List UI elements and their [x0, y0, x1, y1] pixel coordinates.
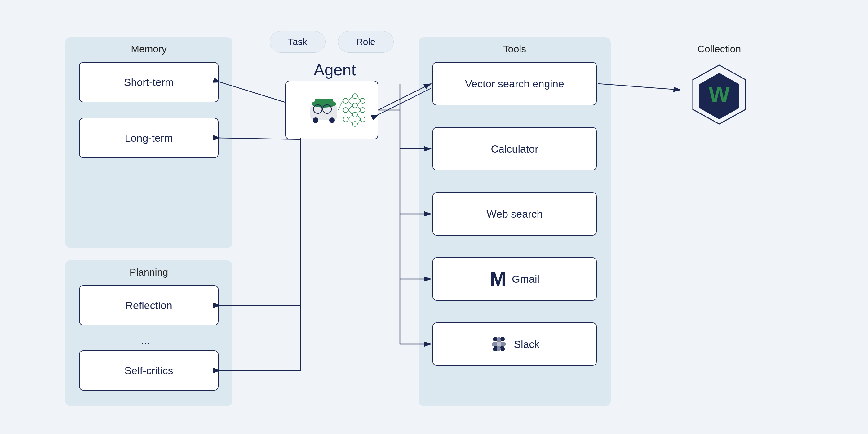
agent-box: [285, 81, 378, 140]
svg-text:W: W: [709, 82, 730, 107]
gmail-m-icon: M: [490, 268, 506, 290]
long-term-label: Long-term: [125, 132, 173, 144]
svg-point-7: [313, 118, 318, 123]
long-term-box: Long-term: [79, 118, 219, 158]
svg-line-26: [358, 101, 360, 105]
svg-point-15: [352, 122, 358, 126]
short-term-box: Short-term: [79, 62, 219, 102]
gmail-box: M Gmail: [432, 257, 597, 301]
ellipsis-label: ...: [141, 335, 150, 347]
svg-point-12: [352, 94, 358, 99]
role-label: Role: [356, 37, 375, 47]
task-label: Task: [288, 37, 307, 47]
memory-panel-label: Memory: [65, 43, 232, 55]
svg-point-18: [360, 117, 365, 122]
svg-line-25: [358, 96, 360, 101]
diagram-canvas: Memory Short-term Long-term Planning Ref…: [31, 16, 837, 418]
svg-point-13: [352, 103, 358, 108]
self-critics-label: Self-critics: [125, 365, 173, 377]
svg-line-29: [358, 115, 360, 119]
weaviate-hex-icon: W: [688, 62, 750, 130]
svg-line-21: [348, 105, 352, 110]
web-search-box: Web search: [432, 192, 597, 236]
vector-search-box: Vector search engine: [432, 62, 597, 105]
svg-point-11: [343, 117, 348, 122]
web-search-label: Web search: [487, 208, 543, 220]
svg-point-46: [494, 346, 497, 349]
svg-line-31: [338, 101, 343, 110]
role-pill[interactable]: Role: [338, 31, 394, 53]
calculator-label: Calculator: [491, 143, 538, 155]
svg-point-48: [500, 346, 504, 349]
svg-line-24: [348, 119, 352, 124]
svg-point-9: [343, 98, 348, 103]
slack-label: Slack: [514, 338, 539, 350]
short-term-label: Short-term: [124, 76, 174, 88]
slack-box: Slack: [432, 322, 597, 366]
svg-line-23: [348, 115, 352, 119]
collection-hexagon: W: [682, 59, 756, 133]
svg-point-16: [360, 98, 365, 103]
collection-label: Collection: [682, 43, 756, 55]
self-critics-box: Self-critics: [79, 350, 219, 391]
svg-rect-43: [497, 337, 501, 351]
vector-search-label: Vector search engine: [465, 78, 564, 90]
tools-panel-label: Tools: [418, 43, 611, 55]
reflection-label: Reflection: [125, 300, 172, 312]
reflection-box: Reflection: [79, 285, 219, 326]
planning-panel-label: Planning: [65, 267, 232, 278]
svg-line-22: [348, 110, 352, 115]
svg-line-27: [358, 105, 360, 110]
slack-icon: [490, 335, 508, 353]
agent-title: Agent: [288, 60, 381, 79]
svg-point-10: [343, 107, 348, 113]
svg-line-20: [348, 101, 352, 105]
task-pill[interactable]: Task: [270, 31, 326, 53]
svg-point-14: [352, 112, 358, 117]
svg-point-17: [360, 107, 365, 113]
svg-line-28: [358, 110, 360, 115]
svg-point-8: [329, 118, 335, 123]
svg-point-47: [500, 337, 504, 341]
calculator-box: Calculator: [432, 127, 597, 170]
svg-line-30: [358, 119, 360, 124]
svg-line-19: [348, 96, 352, 101]
gmail-label: Gmail: [512, 273, 539, 285]
agent-icon: [298, 87, 366, 133]
